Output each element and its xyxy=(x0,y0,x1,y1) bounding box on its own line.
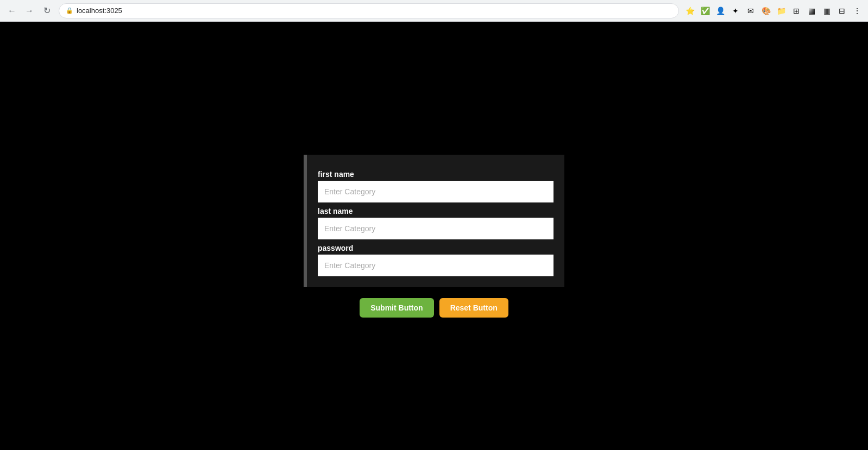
reset-button[interactable]: Reset Button xyxy=(439,298,508,318)
extension-icon-11[interactable]: ⊟ xyxy=(835,4,848,17)
browser-chrome: ← → ↻ 🔒 localhost:3025 ⭐ ✅ 👤 ✦ ✉ 🎨 📁 ⊞ ▦… xyxy=(0,0,868,22)
password-label: password xyxy=(318,239,553,255)
reload-button[interactable]: ↻ xyxy=(39,3,54,18)
extension-icon-2[interactable]: ✅ xyxy=(699,4,712,17)
back-button[interactable]: ← xyxy=(4,3,20,18)
password-group: password xyxy=(318,239,553,276)
last-name-group: last name xyxy=(318,202,553,239)
menu-icon[interactable]: ⋮ xyxy=(851,4,864,17)
address-bar[interactable]: 🔒 localhost:3025 xyxy=(59,3,679,18)
extension-icon-7[interactable]: 📁 xyxy=(775,4,788,17)
nav-buttons: ← → ↻ xyxy=(4,3,54,18)
first-name-group: first name xyxy=(318,166,553,202)
password-input[interactable] xyxy=(318,255,553,276)
lock-icon: 🔒 xyxy=(66,7,73,14)
form-panel: first name last name password xyxy=(304,155,564,287)
extension-icon-6[interactable]: 🎨 xyxy=(759,4,772,17)
last-name-label: last name xyxy=(318,202,553,218)
submit-button[interactable]: Submit Button xyxy=(360,298,433,318)
form-container: first name last name password Submit But… xyxy=(304,155,564,318)
extension-icon-4[interactable]: ✦ xyxy=(729,4,742,17)
last-name-input[interactable] xyxy=(318,218,553,239)
extension-icon-1[interactable]: ⭐ xyxy=(683,4,696,17)
forward-button[interactable]: → xyxy=(22,3,37,18)
browser-actions: ⭐ ✅ 👤 ✦ ✉ 🎨 📁 ⊞ ▦ ▥ ⊟ ⋮ xyxy=(683,4,864,17)
extension-icon-8[interactable]: ⊞ xyxy=(790,4,803,17)
extension-icon-9[interactable]: ▦ xyxy=(805,4,818,17)
form-buttons: Submit Button Reset Button xyxy=(304,298,564,318)
first-name-input[interactable] xyxy=(318,181,553,202)
extension-icon-3[interactable]: 👤 xyxy=(714,4,727,17)
extension-icon-10[interactable]: ▥ xyxy=(820,4,833,17)
extension-icon-5[interactable]: ✉ xyxy=(744,4,757,17)
first-name-label: first name xyxy=(318,166,553,181)
url-text: localhost:3025 xyxy=(77,7,122,15)
main-content: first name last name password Submit But… xyxy=(0,22,868,450)
